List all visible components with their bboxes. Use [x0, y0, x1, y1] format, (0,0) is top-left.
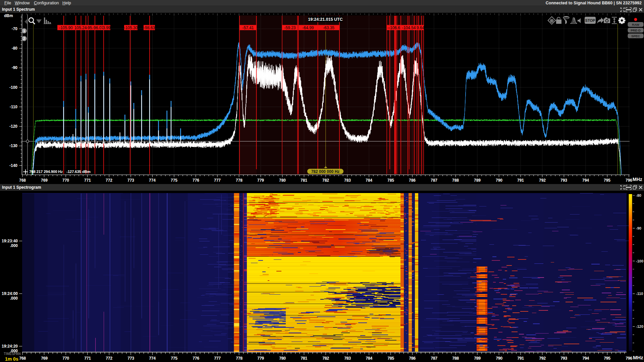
svg-text:782: 782 — [322, 178, 329, 183]
svg-text:785: 785 — [387, 178, 394, 183]
svg-text:-100: -100 — [9, 85, 17, 90]
svg-text:19:24:00: 19:24:00 — [2, 291, 18, 296]
svg-text:-110: -110 — [636, 292, 643, 296]
svg-text:779: 779 — [257, 178, 264, 183]
svg-text:-90: -90 — [12, 65, 18, 70]
svg-text:105.24: 105.24 — [74, 25, 87, 30]
svg-text:769: 769 — [41, 356, 48, 361]
svg-text:-98.63: -98.63 — [144, 25, 155, 30]
svg-text:--106.6: --106.6 — [387, 25, 400, 30]
svg-text:794: 794 — [582, 178, 589, 183]
svg-text:MHz: MHz — [633, 177, 642, 182]
svg-text:-64.99: -64.99 — [302, 25, 314, 30]
svg-text:.000: .000 — [10, 243, 18, 248]
svg-text:788: 788 — [452, 178, 459, 183]
svg-text:787: 787 — [431, 178, 437, 183]
svg-text:768 217 294.900 Hz: 768 217 294.900 Hz — [29, 170, 63, 174]
svg-text:793: 793 — [560, 178, 567, 183]
svg-text:9.64: 9.64 — [417, 25, 425, 30]
svg-text:770: 770 — [62, 178, 69, 183]
svg-text:dBm: dBm — [4, 13, 13, 18]
svg-text:-90: -90 — [636, 226, 641, 230]
svg-text:777: 777 — [214, 178, 221, 183]
svg-text:MHz: MHz — [633, 355, 643, 360]
svg-text:790: 790 — [496, 178, 502, 183]
svg-text:789: 789 — [474, 178, 481, 183]
svg-text:-120: -120 — [636, 324, 643, 328]
svg-text:2: 2 — [23, 37, 25, 41]
svg-text:771: 771 — [84, 178, 91, 183]
svg-text:RAW: RAW — [632, 23, 639, 26]
svg-text:770: 770 — [62, 356, 69, 361]
svg-text:776: 776 — [193, 356, 199, 361]
svg-text:-80: -80 — [12, 46, 18, 51]
svg-text:794: 794 — [582, 356, 589, 361]
svg-text:779: 779 — [257, 356, 264, 361]
svg-text:776: 776 — [193, 178, 199, 183]
svg-text:TIMESPAN: TIMESPAN — [4, 352, 20, 356]
svg-text:796: 796 — [626, 356, 632, 361]
svg-text:782 000 000 Hz: 782 000 000 Hz — [311, 169, 340, 174]
svg-text:786: 786 — [409, 178, 416, 183]
svg-text:795: 795 — [604, 178, 610, 183]
svg-text:19:24:20: 19:24:20 — [2, 344, 18, 349]
svg-text:19:24:21.015 UTC: 19:24:21.015 UTC — [308, 17, 343, 22]
svg-text:-104.54: -104.54 — [402, 25, 416, 30]
svg-text:771: 771 — [84, 356, 91, 361]
svg-text:774: 774 — [149, 178, 156, 183]
svg-text:-70: -70 — [12, 26, 18, 31]
svg-text:768: 768 — [19, 356, 26, 361]
svg-text:791: 791 — [517, 178, 524, 183]
svg-text:788: 788 — [452, 356, 459, 361]
svg-text:786: 786 — [409, 356, 416, 361]
svg-text:774: 774 — [149, 356, 156, 361]
svg-text:-100: -100 — [636, 259, 643, 263]
svg-text:772: 772 — [106, 356, 112, 361]
svg-text:769: 769 — [41, 178, 48, 183]
svg-text:773: 773 — [127, 178, 134, 183]
svg-text:-120: -120 — [9, 124, 17, 129]
svg-text:-105.90: -105.90 — [59, 25, 73, 30]
svg-text:-105.30: -105.30 — [124, 25, 138, 30]
svg-text:780: 780 — [279, 178, 286, 183]
svg-text:772: 772 — [106, 178, 112, 183]
svg-text:768: 768 — [19, 178, 26, 183]
svg-text:-63.35: -63.35 — [323, 25, 334, 30]
svg-text:783: 783 — [344, 356, 351, 361]
svg-text:1: 1 — [23, 29, 25, 33]
svg-text:778: 778 — [236, 356, 243, 361]
svg-text:793: 793 — [560, 356, 567, 361]
svg-text:.000: .000 — [10, 296, 18, 301]
svg-text:785: 785 — [387, 356, 394, 361]
svg-text:-140: -140 — [9, 163, 17, 168]
svg-text:-127.635 dBm: -127.635 dBm — [66, 170, 91, 174]
svg-text:-96.07: -96.07 — [92, 25, 104, 30]
svg-text:780: 780 — [279, 356, 286, 361]
svg-text:787: 787 — [431, 356, 437, 361]
svg-text:781: 781 — [301, 356, 307, 361]
svg-text:19:23:40: 19:23:40 — [2, 239, 18, 243]
svg-text:792: 792 — [539, 356, 546, 361]
svg-text:PRE-D: PRE-D — [631, 28, 641, 32]
svg-text:STOP: STOP — [585, 18, 595, 22]
svg-text:789: 789 — [474, 356, 481, 361]
svg-text:SPEC: SPEC — [631, 34, 640, 38]
svg-text:778: 778 — [236, 178, 243, 183]
svg-text:773: 773 — [127, 356, 134, 361]
svg-text:-80: -80 — [636, 193, 641, 197]
svg-text:-57.41: -57.41 — [242, 25, 254, 30]
svg-text:791: 791 — [517, 356, 524, 361]
svg-text:-110: -110 — [10, 105, 18, 109]
svg-text:790: 790 — [496, 356, 502, 361]
svg-text:775: 775 — [171, 356, 177, 361]
svg-text:784: 784 — [366, 178, 372, 183]
svg-text:781: 781 — [301, 178, 307, 183]
svg-text:-130: -130 — [9, 143, 17, 148]
svg-text:-95.: -95. — [86, 25, 93, 30]
svg-text:782: 782 — [322, 356, 329, 361]
svg-text:796: 796 — [626, 178, 632, 183]
svg-text:775: 775 — [171, 178, 177, 183]
svg-text:784: 784 — [366, 356, 372, 361]
svg-text:3.99: 3.99 — [103, 25, 111, 30]
svg-text:777: 777 — [214, 356, 221, 361]
